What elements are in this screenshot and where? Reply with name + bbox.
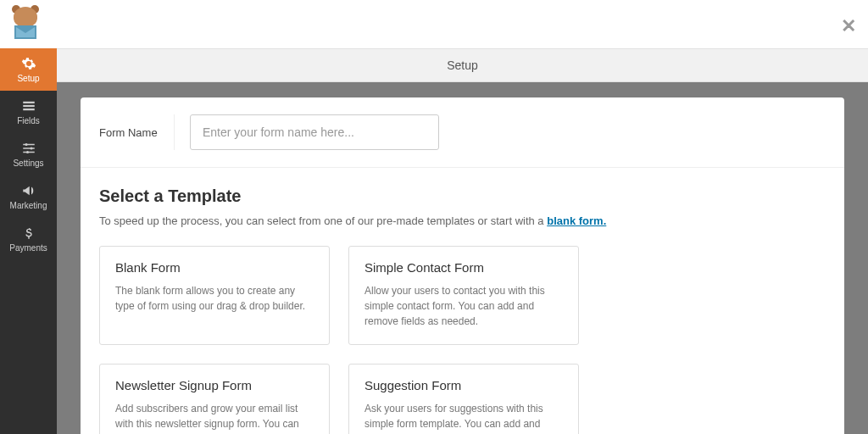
template-card-desc: Allow your users to contact you with thi… xyxy=(364,283,563,329)
template-card-title: Newsletter Signup Form xyxy=(115,378,314,392)
sidebar-item-marketing[interactable]: Marketing xyxy=(0,175,57,218)
template-card-newsletter[interactable]: Newsletter Signup Form Add subscribers a… xyxy=(99,364,330,434)
svg-point-7 xyxy=(30,147,32,150)
sidebar-item-label: Payments xyxy=(9,243,47,253)
template-card-desc: Add subscribers and grow your email list… xyxy=(115,401,314,434)
form-name-label: Form Name xyxy=(99,126,174,139)
header-bar: Setup xyxy=(57,48,868,82)
sidebar-item-label: Settings xyxy=(13,159,43,168)
sidebar-item-settings[interactable]: Settings xyxy=(0,133,57,175)
template-card-title: Simple Contact Form xyxy=(364,260,563,275)
template-grid: Blank Form The blank form allows you to … xyxy=(99,246,826,434)
svg-point-8 xyxy=(26,151,29,153)
template-section: Select a Template To speed up the proces… xyxy=(81,168,844,434)
list-icon xyxy=(21,98,36,114)
close-icon[interactable]: ✕ xyxy=(841,15,856,37)
page-title: Setup xyxy=(447,58,478,72)
template-heading: Select a Template xyxy=(99,186,826,206)
gear-icon xyxy=(21,56,36,71)
content-panel: Form Name Select a Template To speed up … xyxy=(81,97,844,434)
app-logo xyxy=(8,5,47,44)
template-card-desc: Ask your users for suggestions with this… xyxy=(364,401,563,434)
template-card-suggestion[interactable]: Suggestion Form Ask your users for sugge… xyxy=(348,364,579,434)
svg-point-6 xyxy=(25,143,27,146)
sidebar: Setup Fields Settings Marketing Payments xyxy=(0,48,57,434)
sidebar-item-label: Fields xyxy=(17,116,40,125)
sidebar-item-fields[interactable]: Fields xyxy=(0,91,57,133)
svg-rect-0 xyxy=(23,102,35,103)
template-card-title: Blank Form xyxy=(115,260,314,275)
template-card-blank[interactable]: Blank Form The blank form allows you to … xyxy=(99,246,330,345)
sliders-icon xyxy=(21,141,36,156)
svg-rect-4 xyxy=(23,147,35,149)
template-card-simple-contact[interactable]: Simple Contact Form Allow your users to … xyxy=(348,246,579,345)
sidebar-item-setup[interactable]: Setup xyxy=(0,48,57,91)
main-area: Form Name Select a Template To speed up … xyxy=(57,82,868,434)
sidebar-item-label: Marketing xyxy=(10,201,47,210)
svg-rect-1 xyxy=(23,105,35,107)
blank-form-link[interactable]: blank form. xyxy=(547,214,606,227)
svg-rect-3 xyxy=(23,144,35,146)
template-card-desc: The blank form allows you to create any … xyxy=(115,283,314,314)
dollar-icon xyxy=(21,225,36,241)
form-name-row: Form Name xyxy=(81,97,844,168)
template-card-title: Suggestion Form xyxy=(364,378,563,392)
megaphone-icon xyxy=(21,183,36,198)
sidebar-item-label: Setup xyxy=(17,74,39,83)
form-name-input[interactable] xyxy=(190,114,439,150)
template-description: To speed up the process, you can select … xyxy=(99,214,826,227)
svg-rect-2 xyxy=(23,108,35,110)
sidebar-item-payments[interactable]: Payments xyxy=(0,218,57,260)
